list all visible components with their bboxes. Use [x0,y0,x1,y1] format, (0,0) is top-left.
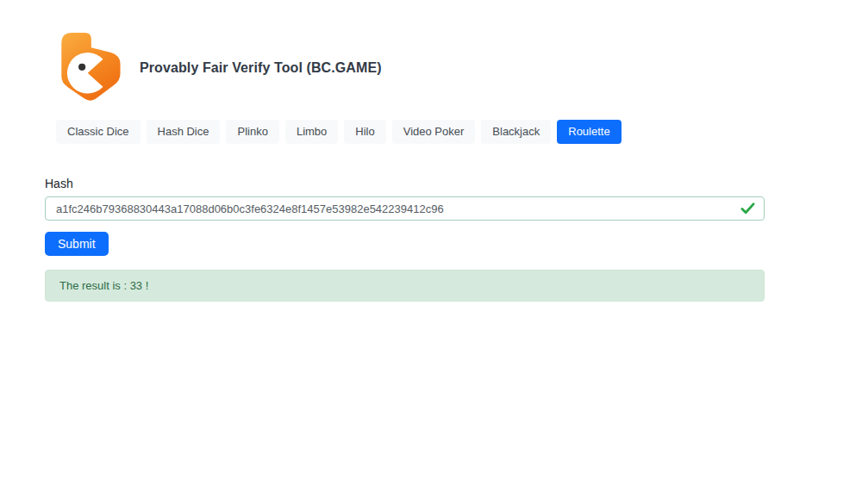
tab-roulette[interactable]: Roulette [557,120,621,144]
tab-classic-dice[interactable]: Classic Dice [56,120,141,144]
tab-plinko[interactable]: Plinko [226,120,278,144]
content-container: Provably Fair Verify Tool (BC.GAME) Clas… [0,0,765,302]
bc-game-logo-icon [59,28,122,108]
submit-button[interactable]: Submit [45,232,109,256]
verify-tool-page: Provably Fair Verify Tool (BC.GAME) Clas… [0,0,862,504]
result-alert: The result is : 33 ! [45,270,765,302]
hash-label: Hash [45,177,765,190]
hash-input-wrap [45,196,765,221]
page-title: Provably Fair Verify Tool (BC.GAME) [140,60,382,76]
tab-limbo[interactable]: Limbo [285,120,338,144]
tab-video-poker[interactable]: Video Poker [392,120,476,144]
tab-hilo[interactable]: Hilo [344,120,385,144]
tab-blackjack[interactable]: Blackjack [481,120,551,144]
game-tabs: Classic Dice Hash Dice Plinko Limbo Hilo… [45,120,765,144]
hash-input[interactable] [45,196,765,221]
tab-hash-dice[interactable]: Hash Dice [147,120,221,144]
header: Provably Fair Verify Tool (BC.GAME) [45,28,765,108]
